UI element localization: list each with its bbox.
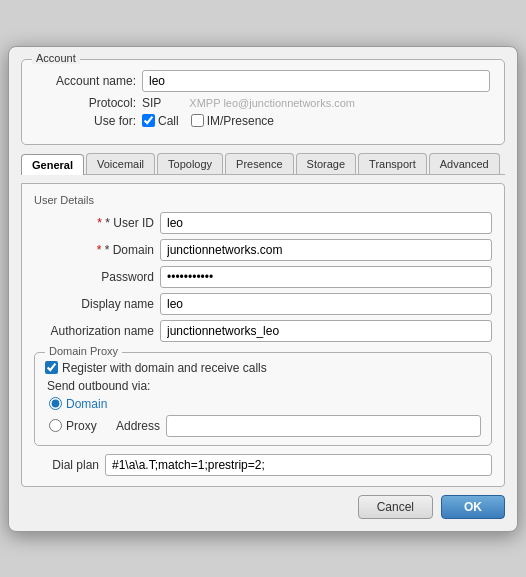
main-content: User Details * * User ID * * Domain Pass…	[21, 183, 505, 487]
tabs-bar: General Voicemail Topology Presence Stor…	[21, 153, 505, 175]
domain-input[interactable]	[160, 239, 492, 261]
account-dialog: Account Account name: Protocol: SIP XMPP…	[8, 46, 518, 532]
xmpp-hint: XMPP leo@junctionnetworks.com	[189, 97, 355, 109]
use-for-label: Use for:	[36, 114, 136, 128]
ok-button[interactable]: OK	[441, 495, 505, 519]
account-name-row: Account name:	[36, 70, 490, 92]
protocol-value: SIP	[142, 96, 161, 110]
dial-plan-label: Dial plan	[34, 458, 99, 472]
user-details-label: User Details	[34, 194, 492, 206]
use-for-row: Use for: Call IM/Presence	[36, 114, 490, 128]
domain-row: * * Domain	[34, 239, 492, 261]
domain-radio[interactable]	[49, 397, 62, 410]
proxy-radio-row: Proxy Address	[49, 415, 481, 437]
button-row: Cancel OK	[21, 495, 505, 519]
user-id-label: * * User ID	[34, 216, 154, 230]
account-section: Account Account name: Protocol: SIP XMPP…	[21, 59, 505, 145]
tab-topology[interactable]: Topology	[157, 153, 223, 174]
tab-transport[interactable]: Transport	[358, 153, 427, 174]
proxy-address-input[interactable]	[166, 415, 481, 437]
register-checkbox-row: Register with domain and receive calls	[45, 361, 481, 375]
domain-label: * * Domain	[34, 243, 154, 257]
cancel-button[interactable]: Cancel	[358, 495, 433, 519]
tab-general[interactable]: General	[21, 154, 84, 175]
domain-radio-row: Domain	[49, 397, 481, 411]
auth-name-label: Authorization name	[34, 324, 154, 338]
proxy-radio[interactable]	[49, 419, 62, 432]
call-checkbox-label[interactable]: Call	[142, 114, 179, 128]
dial-plan-row: Dial plan	[34, 454, 492, 476]
password-label: Password	[34, 270, 154, 284]
account-name-label: Account name:	[36, 74, 136, 88]
protocol-row: Protocol: SIP XMPP leo@junctionnetworks.…	[36, 96, 490, 110]
domain-radio-label[interactable]: Domain	[66, 397, 107, 411]
protocol-label: Protocol:	[36, 96, 136, 110]
tab-storage[interactable]: Storage	[296, 153, 357, 174]
dial-plan-input[interactable]	[105, 454, 492, 476]
account-name-input[interactable]	[142, 70, 490, 92]
address-label: Address	[116, 419, 160, 433]
account-section-label: Account	[32, 52, 80, 64]
auth-name-input[interactable]	[160, 320, 492, 342]
tab-voicemail[interactable]: Voicemail	[86, 153, 155, 174]
send-outbound-label: Send outbound via:	[47, 379, 481, 393]
tab-presence[interactable]: Presence	[225, 153, 293, 174]
domain-proxy-label: Domain Proxy	[45, 345, 122, 357]
user-id-input[interactable]	[160, 212, 492, 234]
proxy-label: Proxy	[66, 419, 116, 433]
register-label[interactable]: Register with domain and receive calls	[62, 361, 267, 375]
register-checkbox[interactable]	[45, 361, 58, 374]
display-name-row: Display name	[34, 293, 492, 315]
display-name-label: Display name	[34, 297, 154, 311]
tab-advanced[interactable]: Advanced	[429, 153, 500, 174]
password-row: Password	[34, 266, 492, 288]
auth-name-row: Authorization name	[34, 320, 492, 342]
display-name-input[interactable]	[160, 293, 492, 315]
im-presence-checkbox-label[interactable]: IM/Presence	[191, 114, 274, 128]
user-id-row: * * User ID	[34, 212, 492, 234]
call-checkbox[interactable]	[142, 114, 155, 127]
domain-proxy-section: Domain Proxy Register with domain and re…	[34, 352, 492, 446]
im-presence-checkbox[interactable]	[191, 114, 204, 127]
password-input[interactable]	[160, 266, 492, 288]
